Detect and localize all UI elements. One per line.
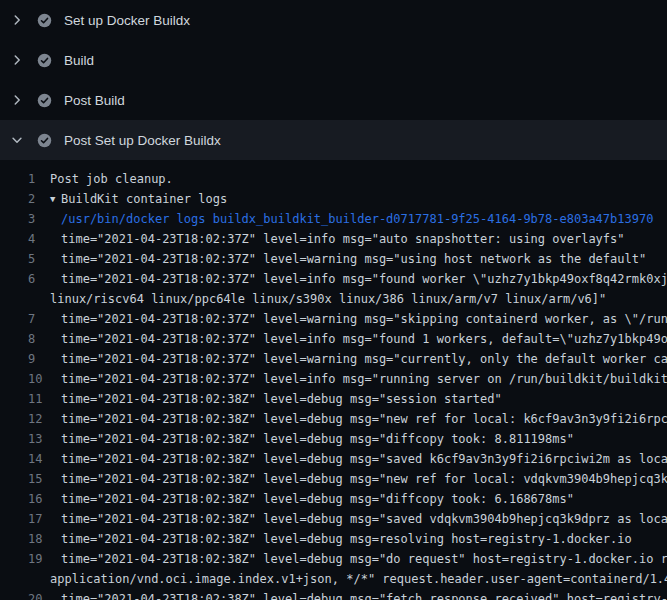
log-line: 16time="2021-04-23T18:02:38Z" level=debu…: [0, 489, 667, 509]
log-line-text: BuildKit container logs: [61, 192, 227, 206]
log-line-number[interactable]: 2: [28, 189, 35, 209]
step-label: Post Set up Docker Buildx: [64, 133, 221, 148]
triangle-down-icon[interactable]: ▼: [50, 189, 61, 209]
log-line-text: time="2021-04-23T18:02:38Z" level=debug …: [61, 532, 632, 546]
log-line: 20time="2021-04-23T18:02:38Z" level=debu…: [0, 589, 667, 600]
log-line-number[interactable]: 20: [28, 589, 42, 600]
check-circle-icon: [37, 13, 52, 28]
log-lines: 1Post job cleanup. 2▼BuildKit container …: [0, 160, 667, 600]
chevron-right-icon: [10, 13, 24, 27]
log-line-text: time="2021-04-23T18:02:38Z" level=debug …: [61, 392, 502, 406]
log-line-number[interactable]: 19: [28, 549, 42, 569]
log-line: 17time="2021-04-23T18:02:38Z" level=debu…: [0, 509, 667, 529]
log-line: 7time="2021-04-23T18:02:37Z" level=warni…: [0, 309, 667, 329]
log-line-text: time="2021-04-23T18:02:37Z" level=info m…: [61, 372, 667, 386]
check-circle-icon: [37, 133, 52, 148]
log-line-text: time="2021-04-23T18:02:37Z" level=warnin…: [61, 312, 667, 326]
log-line: 5time="2021-04-23T18:02:37Z" level=warni…: [0, 249, 667, 269]
step-label: Set up Docker Buildx: [64, 13, 190, 28]
log-line-number[interactable]: 9: [28, 349, 35, 369]
log-line: linux/riscv64 linux/ppc64le linux/s390x …: [0, 289, 667, 309]
log-line: 19time="2021-04-23T18:02:38Z" level=debu…: [0, 549, 667, 569]
log-line-number[interactable]: 5: [28, 249, 35, 269]
log-line-text: linux/riscv64 linux/ppc64le linux/s390x …: [50, 292, 606, 306]
log-line: 6time="2021-04-23T18:02:37Z" level=info …: [0, 269, 667, 289]
log-line-number[interactable]: 8: [28, 329, 35, 349]
log-line: 2▼BuildKit container logs: [0, 189, 667, 209]
check-circle-icon: [37, 53, 52, 68]
step-header-post-set-up-docker-buildx[interactable]: Post Set up Docker Buildx: [0, 120, 667, 160]
log-line-text: time="2021-04-23T18:02:38Z" level=debug …: [61, 552, 667, 566]
log-line-text: time="2021-04-23T18:02:37Z" level=warnin…: [61, 252, 646, 266]
log-line-text: time="2021-04-23T18:02:38Z" level=debug …: [61, 432, 574, 446]
log-line-number[interactable]: 7: [28, 309, 35, 329]
log-line: application/vnd.oci.image.index.v1+json,…: [0, 569, 667, 589]
job-log-viewer: Set up Docker Buildx Build Post Build Po…: [0, 0, 667, 600]
log-line-number[interactable]: 10: [28, 369, 42, 389]
chevron-right-icon: [10, 53, 24, 67]
log-line: 8time="2021-04-23T18:02:37Z" level=info …: [0, 329, 667, 349]
log-line: 10time="2021-04-23T18:02:37Z" level=info…: [0, 369, 667, 389]
log-line-number[interactable]: 17: [28, 509, 42, 529]
log-line: 12time="2021-04-23T18:02:38Z" level=debu…: [0, 409, 667, 429]
log-line-text: time="2021-04-23T18:02:38Z" level=debug …: [61, 412, 667, 426]
chevron-down-icon: [10, 133, 24, 147]
log-line-text: time="2021-04-23T18:02:37Z" level=warnin…: [61, 352, 667, 366]
check-circle-icon: [37, 93, 52, 108]
log-line-number[interactable]: 4: [28, 229, 35, 249]
log-line: 1Post job cleanup.: [0, 169, 667, 189]
log-line-number[interactable]: 3: [28, 209, 35, 229]
log-line-number[interactable]: 16: [28, 489, 42, 509]
log-line-text: time="2021-04-23T18:02:38Z" level=debug …: [61, 452, 667, 466]
log-line-text: time="2021-04-23T18:02:38Z" level=debug …: [61, 512, 667, 526]
log-line: 11time="2021-04-23T18:02:38Z" level=debu…: [0, 389, 667, 409]
log-line-number[interactable]: 18: [28, 529, 42, 549]
log-line-number[interactable]: 11: [28, 389, 42, 409]
log-line-text: Post job cleanup.: [50, 172, 173, 186]
log-line: 15time="2021-04-23T18:02:38Z" level=debu…: [0, 469, 667, 489]
chevron-right-icon: [10, 93, 24, 107]
log-line-number[interactable]: 1: [28, 169, 35, 189]
log-line-text: time="2021-04-23T18:02:37Z" level=info m…: [61, 232, 625, 246]
step-header-build[interactable]: Build: [0, 40, 667, 80]
log-line-text: time="2021-04-23T18:02:38Z" level=debug …: [61, 492, 574, 506]
step-header-set-up-docker-buildx[interactable]: Set up Docker Buildx: [0, 0, 667, 40]
step-header-post-build[interactable]: Post Build: [0, 80, 667, 120]
log-line-number[interactable]: 15: [28, 469, 42, 489]
log-line: 18time="2021-04-23T18:02:38Z" level=debu…: [0, 529, 667, 549]
log-line-number[interactable]: 14: [28, 449, 42, 469]
log-line-number[interactable]: 13: [28, 429, 42, 449]
log-line-text: application/vnd.oci.image.index.v1+json,…: [50, 572, 667, 586]
log-line-text: /usr/bin/docker logs buildx_buildkit_bui…: [61, 212, 653, 226]
log-line-text: time="2021-04-23T18:02:37Z" level=info m…: [61, 332, 667, 346]
log-line-number[interactable]: 12: [28, 409, 42, 429]
steps-list: Set up Docker Buildx Build Post Build Po…: [0, 0, 667, 160]
log-line: 14time="2021-04-23T18:02:38Z" level=debu…: [0, 449, 667, 469]
log-line: 3/usr/bin/docker logs buildx_buildkit_bu…: [0, 209, 667, 229]
log-line: 13time="2021-04-23T18:02:38Z" level=debu…: [0, 429, 667, 449]
log-line-text: time="2021-04-23T18:02:38Z" level=debug …: [61, 472, 667, 486]
log-line-number[interactable]: 6: [28, 269, 35, 289]
log-line-text: time="2021-04-23T18:02:37Z" level=info m…: [61, 272, 667, 286]
step-label: Post Build: [64, 93, 125, 108]
log-line-text: time="2021-04-23T18:02:38Z" level=debug …: [61, 592, 667, 600]
step-label: Build: [64, 53, 94, 68]
log-line: 4time="2021-04-23T18:02:37Z" level=info …: [0, 229, 667, 249]
log-line: 9time="2021-04-23T18:02:37Z" level=warni…: [0, 349, 667, 369]
